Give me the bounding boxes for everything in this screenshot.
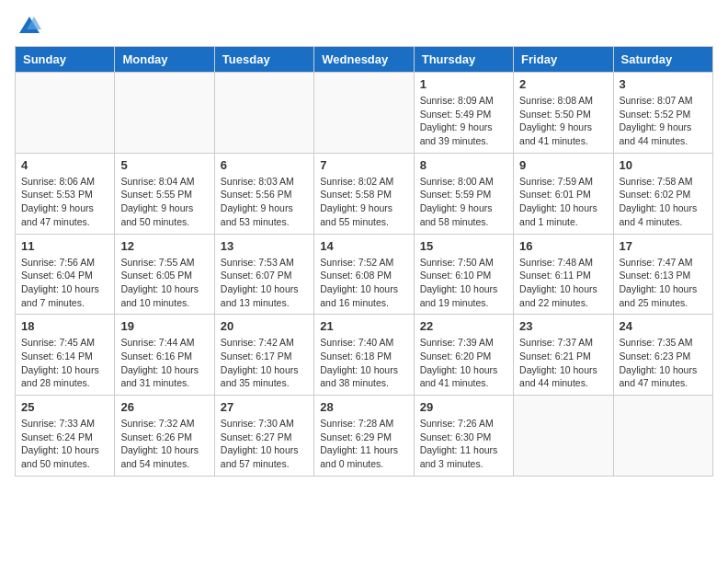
calendar-week-5: 25Sunrise: 7:33 AM Sunset: 6:24 PM Dayli… [16, 396, 713, 477]
day-number: 17 [620, 239, 707, 253]
day-number: 8 [420, 158, 507, 172]
col-header-monday: Monday [115, 47, 214, 73]
day-info: Sunrise: 8:06 AM Sunset: 5:53 PM Dayligh… [21, 175, 108, 229]
calendar-week-3: 11Sunrise: 7:56 AM Sunset: 6:04 PM Dayli… [16, 234, 713, 315]
calendar-cell [613, 396, 712, 477]
calendar-cell: 26Sunrise: 7:32 AM Sunset: 6:26 PM Dayli… [115, 396, 214, 477]
calendar-cell [314, 73, 414, 154]
calendar-cell: 13Sunrise: 7:53 AM Sunset: 6:07 PM Dayli… [214, 234, 313, 315]
day-number: 13 [221, 239, 308, 253]
day-info: Sunrise: 7:45 AM Sunset: 6:14 PM Dayligh… [21, 336, 108, 390]
day-number: 16 [519, 239, 607, 253]
day-info: Sunrise: 8:09 AM Sunset: 5:49 PM Dayligh… [420, 94, 507, 148]
calendar-cell: 25Sunrise: 7:33 AM Sunset: 6:24 PM Dayli… [16, 396, 115, 477]
calendar-cell: 2Sunrise: 8:08 AM Sunset: 5:50 PM Daylig… [514, 73, 613, 154]
day-info: Sunrise: 7:55 AM Sunset: 6:05 PM Dayligh… [120, 256, 208, 310]
col-header-thursday: Thursday [414, 47, 513, 73]
day-info: Sunrise: 7:32 AM Sunset: 6:26 PM Dayligh… [120, 417, 208, 471]
day-info: Sunrise: 7:28 AM Sunset: 6:29 PM Dayligh… [320, 417, 407, 471]
day-number: 7 [320, 158, 407, 172]
day-number: 21 [320, 319, 407, 333]
logo-icon [17, 13, 41, 37]
day-number: 27 [221, 400, 308, 414]
day-info: Sunrise: 7:39 AM Sunset: 6:20 PM Dayligh… [420, 336, 507, 390]
calendar-cell: 23Sunrise: 7:37 AM Sunset: 6:21 PM Dayli… [514, 315, 613, 396]
day-number: 26 [120, 400, 208, 414]
day-info: Sunrise: 8:04 AM Sunset: 5:55 PM Dayligh… [120, 175, 208, 229]
day-info: Sunrise: 7:56 AM Sunset: 6:04 PM Dayligh… [21, 256, 108, 310]
day-number: 1 [420, 77, 507, 91]
col-header-saturday: Saturday [613, 47, 712, 73]
day-info: Sunrise: 7:50 AM Sunset: 6:10 PM Dayligh… [420, 256, 507, 310]
calendar-cell: 28Sunrise: 7:28 AM Sunset: 6:29 PM Dayli… [314, 396, 414, 477]
day-info: Sunrise: 7:53 AM Sunset: 6:07 PM Dayligh… [221, 256, 308, 310]
calendar-cell: 16Sunrise: 7:48 AM Sunset: 6:11 PM Dayli… [514, 234, 613, 315]
calendar-cell: 19Sunrise: 7:44 AM Sunset: 6:16 PM Dayli… [115, 315, 214, 396]
day-info: Sunrise: 7:59 AM Sunset: 6:01 PM Dayligh… [519, 175, 607, 229]
calendar-cell: 9Sunrise: 7:59 AM Sunset: 6:01 PM Daylig… [514, 153, 613, 234]
day-number: 22 [420, 319, 507, 333]
calendar-week-1: 1Sunrise: 8:09 AM Sunset: 5:49 PM Daylig… [16, 73, 713, 154]
day-info: Sunrise: 7:40 AM Sunset: 6:18 PM Dayligh… [320, 336, 407, 390]
calendar-cell: 21Sunrise: 7:40 AM Sunset: 6:18 PM Dayli… [314, 315, 414, 396]
day-info: Sunrise: 7:48 AM Sunset: 6:11 PM Dayligh… [519, 256, 607, 310]
day-info: Sunrise: 8:08 AM Sunset: 5:50 PM Dayligh… [519, 94, 607, 148]
calendar-week-2: 4Sunrise: 8:06 AM Sunset: 5:53 PM Daylig… [16, 153, 713, 234]
day-number: 25 [21, 400, 108, 414]
day-number: 6 [221, 158, 308, 172]
calendar-week-4: 18Sunrise: 7:45 AM Sunset: 6:14 PM Dayli… [16, 315, 713, 396]
calendar-cell [115, 73, 214, 154]
day-number: 12 [120, 239, 208, 253]
day-number: 9 [519, 158, 607, 172]
day-info: Sunrise: 7:33 AM Sunset: 6:24 PM Dayligh… [21, 417, 108, 471]
col-header-wednesday: Wednesday [314, 47, 414, 73]
day-number: 4 [21, 158, 108, 172]
calendar-cell: 5Sunrise: 8:04 AM Sunset: 5:55 PM Daylig… [115, 153, 214, 234]
day-number: 14 [320, 239, 407, 253]
calendar-cell: 27Sunrise: 7:30 AM Sunset: 6:27 PM Dayli… [214, 396, 313, 477]
day-info: Sunrise: 8:02 AM Sunset: 5:58 PM Dayligh… [320, 175, 407, 229]
calendar-cell: 15Sunrise: 7:50 AM Sunset: 6:10 PM Dayli… [414, 234, 513, 315]
day-number: 5 [120, 158, 208, 172]
day-info: Sunrise: 7:44 AM Sunset: 6:16 PM Dayligh… [120, 336, 208, 390]
day-number: 2 [519, 77, 607, 91]
day-number: 23 [519, 319, 607, 333]
day-number: 3 [620, 77, 707, 91]
logo [15, 15, 41, 35]
day-info: Sunrise: 7:26 AM Sunset: 6:30 PM Dayligh… [420, 417, 507, 471]
day-number: 28 [320, 400, 407, 414]
calendar-cell [214, 73, 313, 154]
calendar-table: SundayMondayTuesdayWednesdayThursdayFrid… [15, 46, 713, 477]
col-header-tuesday: Tuesday [214, 47, 313, 73]
day-info: Sunrise: 7:35 AM Sunset: 6:23 PM Dayligh… [620, 336, 707, 390]
day-info: Sunrise: 7:37 AM Sunset: 6:21 PM Dayligh… [519, 336, 607, 390]
calendar-cell: 3Sunrise: 8:07 AM Sunset: 5:52 PM Daylig… [613, 73, 712, 154]
day-number: 10 [620, 158, 707, 172]
calendar-cell: 12Sunrise: 7:55 AM Sunset: 6:05 PM Dayli… [115, 234, 214, 315]
calendar-cell: 8Sunrise: 8:00 AM Sunset: 5:59 PM Daylig… [414, 153, 513, 234]
calendar-cell: 1Sunrise: 8:09 AM Sunset: 5:49 PM Daylig… [414, 73, 513, 154]
day-number: 18 [21, 319, 108, 333]
calendar-cell [514, 396, 613, 477]
day-number: 15 [420, 239, 507, 253]
day-info: Sunrise: 7:30 AM Sunset: 6:27 PM Dayligh… [221, 417, 308, 471]
day-number: 29 [420, 400, 507, 414]
day-info: Sunrise: 7:42 AM Sunset: 6:17 PM Dayligh… [221, 336, 308, 390]
day-number: 11 [21, 239, 108, 253]
calendar-cell: 18Sunrise: 7:45 AM Sunset: 6:14 PM Dayli… [16, 315, 115, 396]
calendar-cell: 11Sunrise: 7:56 AM Sunset: 6:04 PM Dayli… [16, 234, 115, 315]
day-number: 24 [620, 319, 707, 333]
day-info: Sunrise: 8:00 AM Sunset: 5:59 PM Dayligh… [420, 175, 507, 229]
calendar-cell: 14Sunrise: 7:52 AM Sunset: 6:08 PM Dayli… [314, 234, 414, 315]
calendar-cell [16, 73, 115, 154]
col-header-friday: Friday [514, 47, 613, 73]
calendar-cell: 17Sunrise: 7:47 AM Sunset: 6:13 PM Dayli… [613, 234, 712, 315]
calendar-cell: 24Sunrise: 7:35 AM Sunset: 6:23 PM Dayli… [613, 315, 712, 396]
day-number: 20 [221, 319, 308, 333]
calendar-cell: 20Sunrise: 7:42 AM Sunset: 6:17 PM Dayli… [214, 315, 313, 396]
calendar-cell: 29Sunrise: 7:26 AM Sunset: 6:30 PM Dayli… [414, 396, 513, 477]
calendar-cell: 4Sunrise: 8:06 AM Sunset: 5:53 PM Daylig… [16, 153, 115, 234]
day-info: Sunrise: 8:07 AM Sunset: 5:52 PM Dayligh… [620, 94, 707, 148]
page-header [15, 15, 713, 35]
calendar-cell: 6Sunrise: 8:03 AM Sunset: 5:56 PM Daylig… [214, 153, 313, 234]
